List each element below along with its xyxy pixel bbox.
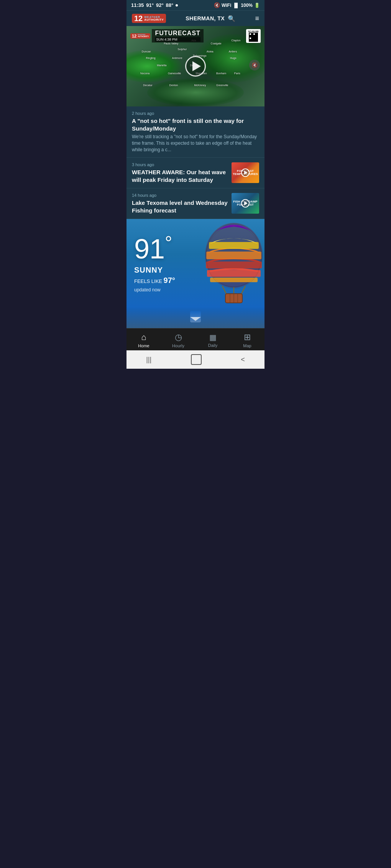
fc-logo-text: WEATHER AUTHORITY bbox=[138, 34, 149, 38]
nav-label-home: Home bbox=[138, 343, 149, 348]
news-item-3[interactable]: 14 hours ago Lake Texoma level and Wedne… bbox=[127, 188, 264, 219]
home-icon: ⌂ bbox=[141, 332, 146, 342]
feels-like: FEELS LIKE 97° bbox=[134, 276, 175, 285]
svg-rect-6 bbox=[210, 278, 258, 282]
storm-blob-3 bbox=[147, 78, 244, 107]
signal-icon: ▐▌ bbox=[233, 3, 239, 8]
android-nav-bar: ||| < bbox=[127, 350, 264, 369]
battery-percent: 100% bbox=[241, 3, 253, 8]
time: 11:35 bbox=[131, 2, 144, 8]
fc-logo-num: 12 bbox=[132, 34, 136, 38]
dot-indicator bbox=[176, 4, 178, 7]
mute-icon: 🔇 bbox=[252, 62, 258, 68]
scan-me-box[interactable]: SCAN ME bbox=[246, 29, 261, 43]
temperature-value: 91 bbox=[134, 234, 165, 264]
logo-authority-text: AUTHORITY bbox=[144, 18, 164, 21]
news-item-1[interactable]: 2 hours ago A "not so hot" front is stil… bbox=[127, 106, 264, 158]
city-label: Gainesville bbox=[168, 72, 181, 75]
temp3: 88° bbox=[166, 2, 174, 8]
android-back-button[interactable]: < bbox=[241, 356, 245, 364]
city-label: Paris bbox=[234, 72, 240, 75]
weather-card: 91° SUNNY FEELS LIKE 97° updated now bbox=[127, 219, 264, 307]
city-label: Bonham bbox=[216, 72, 226, 75]
logo-text-box: WEATHER AUTHORITY bbox=[144, 16, 164, 21]
weather-condition: SUNNY bbox=[134, 266, 175, 275]
status-right: 🔇 WiFi ▐▌ 100% 🔋 bbox=[214, 2, 260, 8]
city-label: Sulphur bbox=[177, 48, 187, 51]
play-button[interactable] bbox=[185, 56, 206, 77]
city-label: Greenville bbox=[216, 84, 228, 87]
balloon-svg bbox=[192, 221, 264, 305]
degree-symbol: ° bbox=[165, 232, 172, 253]
nav-item-hourly[interactable]: ◷ Hourly bbox=[161, 332, 196, 348]
news-time-3: 14 hours ago bbox=[132, 193, 228, 198]
wifi-icon: WiFi bbox=[222, 3, 231, 8]
thumb-play-triangle-icon bbox=[244, 201, 248, 205]
storm-blob-1 bbox=[127, 50, 182, 82]
fc-logo: 12 WEATHER AUTHORITY bbox=[130, 33, 150, 39]
nav-item-home[interactable]: ⌂ Home bbox=[127, 332, 161, 348]
svg-rect-4 bbox=[206, 262, 262, 268]
app-logo: 12 WEATHER AUTHORITY bbox=[132, 14, 166, 23]
fc-authority-text: AUTHORITY bbox=[138, 36, 149, 38]
city-label: Decatur bbox=[143, 84, 153, 87]
city-label: Antlers bbox=[228, 50, 237, 53]
futurecast-title: FUTURECAST bbox=[155, 30, 200, 37]
futurecast-title-box: FUTURECAST SUN 4:38 PM bbox=[152, 29, 203, 43]
news-section: 2 hours ago A "not so hot" front is stil… bbox=[127, 106, 264, 219]
news-headline-2: WEATHER AWARE: Our heat wave will peak F… bbox=[132, 168, 228, 183]
scroll-chevron-area bbox=[190, 311, 201, 324]
futurecast-logo-area: 12 WEATHER AUTHORITY FUTURECAST SUN 4:38… bbox=[130, 29, 204, 43]
status-left: 11:35 91° 92° 88° bbox=[131, 2, 178, 8]
thumb-play-button-3[interactable] bbox=[241, 199, 250, 208]
daily-icon: ▦ bbox=[209, 333, 217, 342]
city-label: McKinney bbox=[194, 84, 206, 87]
scroll-chevron-icon bbox=[190, 317, 201, 321]
news-time-1: 2 hours ago bbox=[132, 111, 259, 116]
nav-item-map[interactable]: ⊞ Map bbox=[230, 332, 264, 348]
futurecast-video[interactable]: Pauls Valley Ada Coalgate Clayton Duncan… bbox=[127, 26, 264, 106]
scroll-hint bbox=[127, 307, 264, 328]
app-header: 12 WEATHER AUTHORITY SHERMAN, TX 🔍 ≡ bbox=[127, 10, 264, 26]
svg-rect-2 bbox=[209, 242, 259, 249]
search-icon[interactable]: 🔍 bbox=[228, 15, 236, 22]
news-headline-3: Lake Texoma level and Wednesday Fishing … bbox=[132, 199, 228, 214]
city-label: Nocona bbox=[140, 72, 150, 75]
futurecast-overlay: 12 WEATHER AUTHORITY FUTURECAST SUN 4:38… bbox=[127, 26, 264, 46]
thumb-play-button-2[interactable] bbox=[241, 168, 250, 177]
mute-button[interactable]: 🔇 bbox=[249, 60, 260, 70]
hamburger-menu-icon[interactable]: ≡ bbox=[255, 15, 259, 22]
header-location: SHERMAN, TX 🔍 bbox=[186, 15, 235, 22]
nav-label-daily: Daily bbox=[208, 343, 217, 348]
city-label: Hugo bbox=[230, 57, 237, 59]
thumb-play-triangle-icon bbox=[244, 171, 248, 175]
play-triangle-icon bbox=[192, 61, 201, 71]
news-thumb-2: FORECAST TEMPERATURES bbox=[232, 162, 259, 183]
news-item-1-text: 2 hours ago A "not so hot" front is stil… bbox=[132, 111, 259, 153]
hourly-icon: ◷ bbox=[175, 332, 182, 342]
temp2: 92° bbox=[156, 2, 164, 8]
bottom-nav: ⌂ Home ◷ Hourly ▦ Daily ⊞ Map bbox=[127, 328, 264, 350]
news-time-2: 3 hours ago bbox=[132, 162, 228, 167]
news-item-2-text: 3 hours ago WEATHER AWARE: Our heat wave… bbox=[132, 162, 228, 183]
futurecast-time: SUN 4:38 PM bbox=[155, 37, 200, 42]
balloon-image bbox=[192, 219, 264, 307]
qr-code bbox=[249, 33, 258, 42]
svg-rect-3 bbox=[206, 252, 261, 259]
nav-label-hourly: Hourly bbox=[172, 343, 184, 348]
city-label: Atoka bbox=[207, 50, 214, 53]
logo-number: 12 bbox=[134, 15, 143, 22]
location-text: SHERMAN, TX bbox=[186, 15, 225, 21]
city-label: Ardmore bbox=[172, 57, 182, 59]
battery-icon: 🔋 bbox=[254, 3, 260, 8]
news-item-2[interactable]: 3 hours ago WEATHER AWARE: Our heat wave… bbox=[127, 158, 264, 188]
city-label: Duncan bbox=[142, 50, 151, 53]
android-home-button[interactable] bbox=[191, 354, 202, 365]
nav-item-daily[interactable]: ▦ Daily bbox=[196, 333, 230, 348]
news-thumb-3: FISH AND DAMP FORECAST bbox=[232, 193, 259, 214]
android-recent-button[interactable]: ||| bbox=[146, 356, 151, 364]
city-label: Marietta bbox=[157, 64, 166, 67]
news-headline-1: A "not so hot" front is still on the way… bbox=[132, 117, 259, 132]
mute-icon: 🔇 bbox=[214, 2, 220, 8]
feels-like-label: FEELS LIKE bbox=[134, 278, 162, 284]
